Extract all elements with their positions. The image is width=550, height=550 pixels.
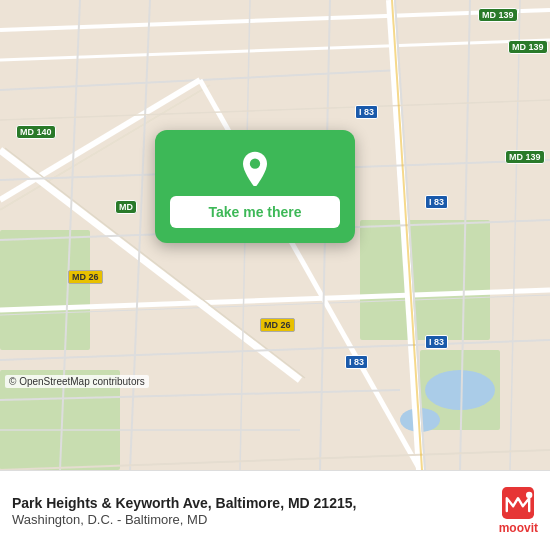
- moovit-logo: moovit: [499, 487, 538, 535]
- badge-md140: MD 140: [16, 125, 56, 139]
- location-city: Washington, D.C. - Baltimore, MD: [12, 512, 489, 527]
- badge-i83-3: I 83: [425, 335, 448, 349]
- badge-md26-1: MD 26: [68, 270, 103, 284]
- badge-md-center: MD: [115, 200, 137, 214]
- badge-md139-2: MD 139: [508, 40, 548, 54]
- badge-md139-top: MD 139: [478, 8, 518, 22]
- map-container: MD 139 MD 139 MD 139 MD 140 MD 26 MD 26 …: [0, 0, 550, 470]
- badge-i83-2: I 83: [425, 195, 448, 209]
- svg-point-5: [425, 370, 495, 410]
- badge-i83-4: I 83: [345, 355, 368, 369]
- svg-rect-1: [360, 220, 490, 340]
- svg-point-35: [526, 491, 532, 497]
- take-me-there-button[interactable]: Take me there: [170, 196, 340, 228]
- location-name: Park Heights & Keyworth Ave, Baltimore, …: [12, 494, 489, 512]
- map-attribution: © OpenStreetMap contributors: [5, 375, 149, 388]
- moovit-icon: [502, 487, 534, 519]
- badge-md139-3: MD 139: [505, 150, 545, 164]
- svg-point-33: [250, 159, 260, 169]
- moovit-brand-text: moovit: [499, 521, 538, 535]
- location-info: Park Heights & Keyworth Ave, Baltimore, …: [12, 494, 489, 527]
- badge-i83-1: I 83: [355, 105, 378, 119]
- action-card: Take me there: [155, 130, 355, 243]
- badge-md26-2: MD 26: [260, 318, 295, 332]
- location-pin-icon: [237, 150, 273, 186]
- svg-rect-3: [0, 230, 90, 350]
- bottom-bar: Park Heights & Keyworth Ave, Baltimore, …: [0, 470, 550, 550]
